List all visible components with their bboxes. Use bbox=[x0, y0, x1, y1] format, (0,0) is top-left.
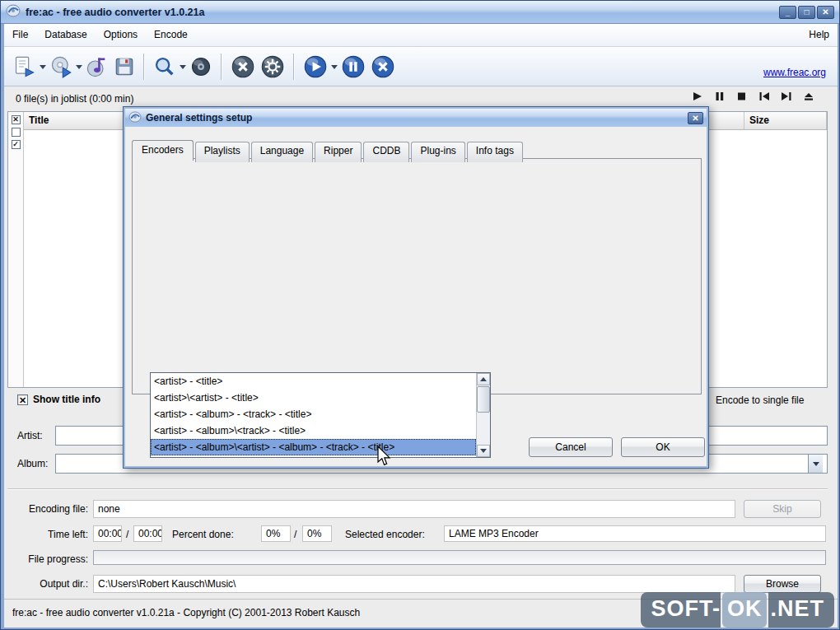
start-encoding-button[interactable] bbox=[301, 50, 330, 83]
freac-window: fre:ac - free audio converter v1.0.21a _… bbox=[0, 0, 840, 630]
next-icon bbox=[781, 91, 792, 101]
add-files-icon bbox=[13, 55, 36, 78]
disc-icon bbox=[189, 55, 212, 78]
toggle-selection-checkbox[interactable] bbox=[12, 140, 21, 149]
tab-ripper[interactable]: Ripper bbox=[315, 142, 362, 162]
file-progress-label: File progress: bbox=[7, 553, 88, 565]
menu-file[interactable]: File bbox=[4, 24, 36, 46]
clear-joblist-button[interactable] bbox=[228, 50, 258, 83]
output-dir-value[interactable]: C:\Users\Robert Kausch\Music\ bbox=[93, 575, 735, 593]
percent-done-label: Percent done: bbox=[172, 529, 234, 540]
close-button[interactable]: ✕ bbox=[817, 6, 834, 19]
stop-encoding-button[interactable] bbox=[368, 50, 398, 83]
tab-encoders[interactable]: Encoders bbox=[132, 140, 194, 161]
mouse-cursor-icon bbox=[376, 446, 393, 467]
soft-ok-watermark: SOFT- OK .NET bbox=[641, 592, 834, 628]
pause-encoding-button[interactable] bbox=[338, 50, 368, 83]
percent-current: 0% bbox=[261, 525, 291, 542]
dialog-tabs: Encoders Playlists Language Ripper CDDB … bbox=[132, 139, 525, 160]
query-cddb-dropdown-icon[interactable] bbox=[179, 51, 187, 82]
filename-pattern-option[interactable]: <artist>\<artist> - <title> bbox=[151, 390, 476, 406]
dialog-close-button[interactable]: ✕ bbox=[688, 112, 703, 124]
start-encoding-dropdown-icon[interactable] bbox=[330, 51, 338, 82]
maximize-button[interactable]: □ bbox=[798, 6, 815, 19]
window-titlebar: fre:ac - free audio converter v1.0.21a _… bbox=[1, 1, 839, 24]
show-title-info-checkbox[interactable]: Show title info bbox=[17, 394, 100, 405]
ok-button[interactable]: OK bbox=[621, 437, 705, 457]
minimize-button[interactable]: _ bbox=[779, 6, 796, 19]
gear-icon bbox=[260, 54, 285, 79]
filename-pattern-option[interactable]: <artist> - <title> bbox=[151, 373, 476, 390]
time-left-current: 00:00 bbox=[93, 525, 122, 542]
toolbar-separator bbox=[293, 54, 295, 80]
selected-encoder-value: LAME MP3 Encoder bbox=[444, 525, 826, 542]
output-dir-browse-button[interactable]: Browse bbox=[744, 575, 821, 593]
tab-plugins[interactable]: Plug-ins bbox=[411, 142, 464, 162]
query-cddb-button[interactable] bbox=[151, 50, 179, 83]
menu-help[interactable]: Help bbox=[800, 24, 838, 46]
menu-encode[interactable]: Encode bbox=[146, 24, 196, 46]
time-left-total: 00:00 bbox=[133, 525, 162, 542]
next-button[interactable] bbox=[778, 89, 795, 104]
cancel-button[interactable]: Cancel bbox=[529, 437, 613, 457]
website-link[interactable]: www.freac.org bbox=[763, 67, 826, 78]
add-audio-cd-button[interactable] bbox=[47, 50, 75, 83]
pause-icon bbox=[714, 91, 726, 101]
pause-button[interactable] bbox=[712, 89, 728, 104]
artist-label: Artist: bbox=[17, 430, 43, 441]
save-joblist-button[interactable] bbox=[111, 50, 138, 83]
filename-pattern-option-selected[interactable]: <artist> - <album>\<artist> - <album> - … bbox=[151, 439, 476, 455]
filename-pattern-option[interactable]: <artist> - <album>\<track> - <title> bbox=[151, 422, 476, 439]
settings-button[interactable] bbox=[258, 50, 287, 83]
slash-separator: / bbox=[126, 529, 128, 540]
statusbar-text: fre:ac - free audio converter v1.0.21a -… bbox=[12, 607, 360, 618]
filename-pattern-option[interactable]: <artist> - <album> - <track> - <title> bbox=[151, 406, 476, 422]
column-header-size[interactable]: Size bbox=[744, 112, 827, 129]
eject-button[interactable] bbox=[800, 89, 817, 104]
menu-options[interactable]: Options bbox=[96, 24, 146, 46]
add-cd-dropdown-icon[interactable] bbox=[75, 51, 83, 82]
menu-database[interactable]: Database bbox=[36, 24, 95, 46]
dialog-titlebar: General settings setup ✕ bbox=[125, 109, 707, 127]
watermark-part2: OK bbox=[722, 592, 768, 628]
watermark-part1: SOFT- bbox=[641, 592, 721, 628]
toolbar-separator bbox=[143, 54, 145, 80]
dropdown-scrollbar[interactable] bbox=[476, 373, 490, 457]
stop-button[interactable] bbox=[734, 89, 750, 104]
scrollbar-thumb[interactable] bbox=[477, 386, 490, 413]
encode-single-file-label[interactable]: Encode to single file bbox=[716, 394, 804, 406]
album-dropdown-button[interactable] bbox=[808, 455, 823, 473]
select-all-checkbox[interactable] bbox=[12, 115, 21, 124]
section-divider bbox=[7, 488, 828, 490]
previous-button[interactable] bbox=[756, 89, 772, 104]
select-none-checkbox[interactable] bbox=[12, 128, 21, 137]
tab-language[interactable]: Language bbox=[251, 142, 313, 162]
tab-playlists[interactable]: Playlists bbox=[195, 142, 250, 162]
cddb-disc-button[interactable] bbox=[187, 50, 215, 83]
add-files-button[interactable] bbox=[11, 50, 39, 83]
dialog-app-icon bbox=[128, 111, 142, 125]
stop-x-icon bbox=[371, 54, 395, 79]
play-button[interactable] bbox=[689, 89, 706, 104]
scroll-up-icon[interactable] bbox=[477, 373, 490, 385]
settings-dialog: General settings setup ✕ Encoders Playli… bbox=[123, 106, 709, 469]
output-dir-label: Output dir.: bbox=[7, 578, 88, 590]
checkbox-box bbox=[17, 394, 28, 405]
slash-separator: / bbox=[294, 529, 296, 540]
percent-total: 0% bbox=[302, 525, 332, 542]
joblist-info-button[interactable] bbox=[83, 50, 111, 83]
encoding-file-value: none bbox=[93, 500, 735, 518]
app-icon bbox=[6, 4, 21, 20]
eject-icon bbox=[803, 91, 814, 101]
music-note-icon bbox=[86, 55, 109, 78]
scroll-down-icon[interactable] bbox=[477, 445, 490, 457]
add-files-dropdown-icon[interactable] bbox=[39, 51, 47, 82]
stop-icon bbox=[736, 91, 748, 101]
menubar: File Database Options Encode Help bbox=[4, 24, 838, 47]
time-left-label: Time left: bbox=[7, 529, 88, 540]
tab-cddb[interactable]: CDDB bbox=[363, 142, 409, 162]
selected-encoder-label: Selected encoder: bbox=[345, 529, 425, 540]
skip-button: Skip bbox=[744, 500, 821, 518]
play-icon bbox=[692, 91, 703, 101]
tab-info-tags[interactable]: Info tags bbox=[467, 142, 523, 162]
